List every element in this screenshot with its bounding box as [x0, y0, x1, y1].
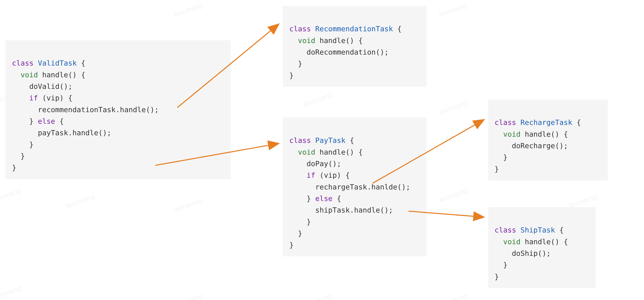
- brace: {: [55, 117, 64, 125]
- brace-close: }: [289, 241, 294, 249]
- brace: {: [77, 59, 85, 67]
- keyword-if: if: [307, 171, 315, 179]
- watermark: lancetang: [438, 292, 468, 300]
- method-signature: handle() {: [315, 148, 363, 156]
- watermark: lancetang: [0, 186, 22, 204]
- watermark: lancetang: [302, 91, 333, 108]
- class-name: ShipTask: [520, 226, 555, 234]
- brace-close: }: [494, 165, 499, 173]
- brace-close: }: [289, 218, 311, 226]
- keyword-void: void: [20, 71, 38, 79]
- code-line: doRecommendation();: [289, 48, 389, 56]
- condition: (vip) {: [38, 94, 72, 102]
- keyword-class: class: [494, 226, 516, 234]
- watermark: lancetang: [302, 292, 333, 300]
- keyword-if: if: [29, 94, 38, 102]
- code-block-pay-task: class PayTask { void handle() { doPay();…: [283, 118, 426, 256]
- code-block-recharge-task: class RechargeTask { void handle() { doR…: [488, 100, 608, 180]
- code-line: doShip();: [494, 249, 551, 257]
- watermark: lancetang: [438, 1, 468, 18]
- code-line: doPay();: [289, 160, 341, 168]
- code-line: doValid();: [12, 82, 72, 90]
- brace: {: [555, 226, 564, 234]
- brace-close: }: [494, 261, 508, 269]
- brace-close: }: [494, 272, 499, 281]
- brace: {: [572, 118, 581, 126]
- keyword-class: class: [289, 136, 311, 144]
- brace-close: }: [12, 140, 34, 148]
- code-block-valid-task: class ValidTask { void handle() { doVali…: [6, 40, 231, 179]
- code-block-ship-task: class ShipTask { void handle() { doShip(…: [488, 207, 596, 288]
- brace: {: [346, 136, 354, 144]
- code-line: shipTask.handle();: [289, 206, 393, 214]
- brace-close: }: [289, 71, 294, 80]
- method-signature: handle() {: [520, 238, 568, 246]
- watermark: lancetang: [173, 1, 203, 18]
- method-signature: handle() {: [520, 130, 568, 138]
- keyword-else: else: [315, 194, 332, 202]
- keyword-void: void: [298, 148, 315, 156]
- class-name: ValidTask: [38, 59, 77, 67]
- keyword-void: void: [503, 130, 520, 138]
- method-signature: handle() {: [38, 71, 85, 79]
- code-block-recommendation-task: class RecommendationTask { void handle()…: [283, 6, 426, 87]
- keyword-class: class: [289, 25, 311, 33]
- brace: {: [332, 194, 341, 202]
- watermark: lancetang: [438, 186, 468, 204]
- watermark: lancetang: [438, 99, 468, 116]
- keyword-class: class: [12, 59, 34, 67]
- brace-close: }: [289, 229, 302, 238]
- brace-close: }: [12, 117, 38, 125]
- condition: (vip) {: [315, 171, 350, 179]
- watermark: lancetang: [173, 292, 203, 300]
- code-line: rechargeTask.hanlde();: [289, 183, 410, 191]
- class-name: RechargeTask: [520, 118, 572, 126]
- class-name: PayTask: [315, 136, 346, 144]
- watermark: lancetang: [65, 192, 96, 210]
- brace-close: }: [289, 194, 315, 202]
- class-name: RecommendationTask: [315, 25, 393, 33]
- code-line: recommendationTask.handle();: [12, 106, 159, 114]
- watermark: lancetang: [173, 196, 203, 214]
- brace-close: }: [289, 60, 302, 68]
- keyword-void: void: [503, 238, 520, 246]
- brace: {: [393, 25, 402, 33]
- code-line: doRecharge();: [494, 142, 568, 150]
- code-line: payTask.handle();: [12, 129, 112, 137]
- method-signature: handle() {: [315, 36, 363, 44]
- brace-close: }: [12, 164, 16, 172]
- brace-close: }: [12, 152, 25, 160]
- keyword-else: else: [38, 117, 55, 125]
- watermark: lancetang: [0, 284, 22, 300]
- keyword-class: class: [494, 118, 516, 126]
- brace-close: }: [494, 153, 508, 161]
- keyword-void: void: [298, 36, 315, 44]
